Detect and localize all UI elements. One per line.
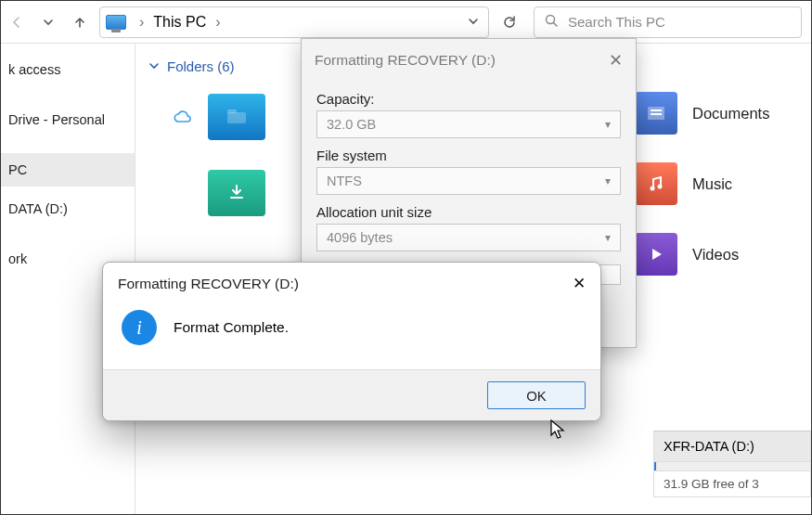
documents-icon <box>635 92 677 135</box>
folder-label: Music <box>692 175 732 193</box>
svg-point-10 <box>658 185 663 189</box>
close-icon[interactable]: ✕ <box>573 274 586 293</box>
folder-label: Videos <box>692 246 739 264</box>
svg-point-9 <box>651 187 655 191</box>
folder-icon <box>208 94 265 140</box>
capacity-value: 32.0 GB <box>327 117 376 132</box>
folder-label: Documents <box>692 105 769 122</box>
sidebar-item-this-pc[interactable]: PC <box>1 153 135 187</box>
history-chevron-icon[interactable] <box>32 6 64 39</box>
folder-onedrive[interactable] <box>173 94 265 140</box>
close-icon[interactable]: ✕ <box>609 50 623 71</box>
folder-icon <box>208 170 265 216</box>
file-system-label: File system <box>316 148 621 163</box>
search-box[interactable] <box>534 6 802 38</box>
sidebar-item-onedrive[interactable]: Drive - Personal <box>1 103 135 136</box>
folder-videos[interactable]: Videos <box>635 233 793 276</box>
allocation-label: Allocation unit size <box>316 204 621 220</box>
message-box-text: Format Complete. <box>174 319 289 336</box>
chevron-right-icon: › <box>215 14 220 31</box>
chevron-down-icon[interactable] <box>468 14 479 31</box>
folder-downloads[interactable] <box>173 170 265 216</box>
videos-icon <box>635 233 677 276</box>
search-icon <box>544 13 559 32</box>
ok-button[interactable]: OK <box>487 381 586 409</box>
address-bar[interactable]: › This PC › <box>99 6 489 38</box>
svg-rect-8 <box>651 113 662 115</box>
up-button[interactable] <box>64 6 96 39</box>
svg-rect-2 <box>227 109 237 113</box>
drive-free-label: 31.9 GB free of 3 <box>653 471 811 497</box>
info-icon: i <box>122 310 157 345</box>
message-box: Formatting RECOVERY (D:) ✕ i Format Comp… <box>102 262 601 421</box>
folders-header-label: Folders (6) <box>167 58 235 74</box>
back-button[interactable] <box>1 6 32 39</box>
chevron-down-icon: ▾ <box>605 174 611 187</box>
capacity-label: Capacity: <box>316 91 621 107</box>
music-icon <box>635 162 677 205</box>
sidebar-item-recovery-drive[interactable]: DATA (D:) <box>1 187 135 225</box>
file-system-select[interactable]: NTFS ▾ <box>316 167 621 195</box>
capacity-select[interactable]: 32.0 GB ▾ <box>316 110 621 138</box>
refresh-button[interactable] <box>495 6 524 38</box>
folder-music[interactable]: Music <box>635 162 793 205</box>
svg-rect-1 <box>227 112 246 123</box>
allocation-select[interactable]: 4096 bytes ▾ <box>316 224 621 251</box>
chevron-down-icon: ▾ <box>605 231 611 244</box>
cloud-status-icon <box>173 107 191 128</box>
sidebar-item-quick-access[interactable]: k access <box>1 53 135 86</box>
message-box-title: Formatting RECOVERY (D:) <box>118 276 299 292</box>
svg-marker-11 <box>652 249 662 260</box>
drive-usage-bar <box>653 462 811 471</box>
search-input[interactable] <box>568 14 792 30</box>
folder-documents[interactable]: Documents <box>635 92 793 135</box>
format-dialog-title: Formatting RECOVERY (D:) <box>315 52 496 69</box>
allocation-value: 4096 bytes <box>327 230 393 245</box>
chevron-down-icon <box>148 58 160 74</box>
drive-tile[interactable]: XFR-DATA (D:) 31.9 GB free of 3 <box>653 431 811 497</box>
svg-rect-7 <box>651 109 662 111</box>
drive-name: XFR-DATA (D:) <box>653 431 811 462</box>
chevron-down-icon: ▾ <box>605 118 611 131</box>
chevron-right-icon: › <box>139 14 144 31</box>
file-system-value: NTFS <box>327 174 362 188</box>
breadcrumb-location[interactable]: This PC <box>153 14 206 31</box>
this-pc-icon <box>106 15 126 30</box>
